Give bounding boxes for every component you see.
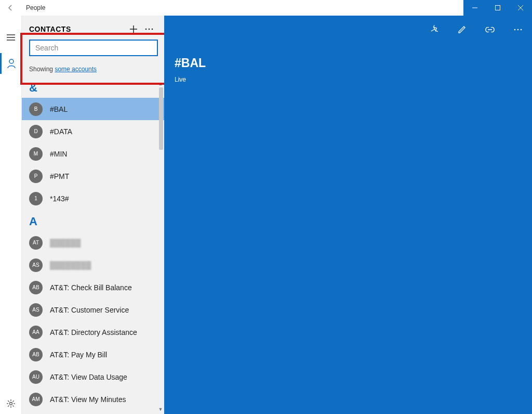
svg-point-12: [145, 29, 147, 30]
avatar: AS: [29, 303, 43, 317]
contact-item[interactable]: ASAT&T: Customer Service: [22, 299, 164, 321]
scroll-up-icon[interactable]: ▲: [158, 81, 163, 86]
avatar: M: [29, 147, 43, 161]
add-contact-button[interactable]: [126, 25, 141, 33]
contact-scroll[interactable]: &B#BALD#DATAM#MINP#PMT1*143#AAT██████AS█…: [22, 76, 164, 414]
contact-name: AT&T: View My Minutes: [50, 395, 126, 404]
svg-point-13: [149, 29, 150, 30]
contact-item[interactable]: B#BAL: [22, 98, 164, 120]
contacts-tab[interactable]: [0, 53, 22, 74]
svg-line-8: [8, 400, 9, 402]
titlebar: People: [0, 0, 532, 16]
svg-line-11: [8, 406, 9, 407]
menu-button[interactable]: [0, 27, 22, 48]
settings-button[interactable]: [0, 393, 22, 414]
contact-item[interactable]: AS████████: [22, 254, 164, 276]
contact-item[interactable]: M#MIN: [22, 143, 164, 165]
contact-name: *143#: [50, 195, 69, 203]
avatar: AB: [29, 348, 43, 361]
svg-point-17: [521, 29, 522, 31]
contact-name: #PMT: [50, 172, 69, 180]
plus-icon: [129, 25, 138, 33]
minimize-button[interactable]: [463, 0, 486, 16]
person-icon: [7, 59, 16, 68]
svg-point-2: [9, 59, 14, 63]
contact-name: #DATA: [50, 127, 72, 136]
accounts-link[interactable]: some accounts: [55, 66, 97, 73]
search-input[interactable]: [29, 40, 158, 56]
contact-name: AT&T: Directory Assistance: [50, 328, 137, 337]
svg-point-14: [152, 29, 153, 30]
ellipsis-icon: [145, 28, 153, 30]
minimize-icon: [472, 5, 477, 10]
edit-button[interactable]: [454, 25, 470, 34]
avatar: AT: [29, 236, 43, 250]
nav-rail: [0, 16, 22, 414]
contact-item[interactable]: AMAT&T: View My Minutes: [22, 388, 164, 410]
detail-more-button[interactable]: [510, 29, 526, 31]
scrollbar-thumb[interactable]: [159, 87, 163, 150]
avatar: AB: [29, 281, 43, 294]
avatar: P: [29, 170, 43, 183]
avatar: D: [29, 125, 43, 138]
back-arrow-icon: [7, 4, 14, 11]
avatar: B: [29, 102, 43, 116]
svg-point-16: [517, 29, 519, 31]
ellipsis-icon: [514, 29, 522, 31]
contact-item[interactable]: AAAT&T: Directory Assistance: [22, 321, 164, 343]
avatar: AU: [29, 370, 43, 384]
contact-item[interactable]: ABAT&T: Pay My Bill: [22, 343, 164, 366]
contact-item[interactable]: AT██████: [22, 231, 164, 254]
contact-name: AT&T: Customer Service: [50, 306, 129, 314]
svg-point-15: [514, 29, 516, 31]
filter-text: Showing some accounts: [22, 60, 164, 76]
pin-button[interactable]: [426, 25, 442, 34]
avatar: AM: [29, 393, 43, 406]
back-button[interactable]: [0, 4, 21, 11]
window-title: People: [21, 4, 45, 11]
maximize-icon: [495, 5, 500, 10]
more-button[interactable]: [141, 28, 157, 30]
close-button[interactable]: [509, 0, 532, 16]
contact-item[interactable]: 1*143#: [22, 187, 164, 210]
pencil-icon: [457, 25, 467, 34]
detail-source: Live: [175, 76, 186, 83]
avatar: AA: [29, 326, 43, 339]
detail-pane: #BAL Live: [164, 16, 532, 414]
contact-list-pane: CONTACTS Showing some accounts &B#BALD#D…: [22, 16, 164, 414]
group-header[interactable]: &: [22, 76, 164, 98]
scroll-down-icon[interactable]: ▼: [158, 407, 163, 412]
svg-line-10: [12, 400, 14, 402]
contact-name: AT&T: Check Bill Balance: [50, 283, 132, 292]
pin-icon: [429, 25, 438, 34]
link-icon: [485, 27, 495, 33]
gear-icon: [7, 399, 15, 408]
contact-name: #MIN: [50, 150, 67, 158]
contact-name: AT&T: Pay My Bill: [50, 351, 107, 359]
svg-rect-1: [496, 6, 500, 10]
detail-contact-name: #BAL: [175, 56, 206, 70]
contact-name: #BAL: [50, 105, 68, 113]
maximize-button[interactable]: [486, 0, 509, 16]
close-icon: [518, 5, 523, 10]
contact-name: ████████: [50, 261, 91, 269]
contact-name: AT&T: View Data Usage: [50, 373, 127, 381]
contact-item[interactable]: P#PMT: [22, 165, 164, 187]
avatar: AS: [29, 258, 43, 272]
svg-point-3: [9, 403, 12, 405]
contact-item[interactable]: ABAT&T: Check Bill Balance: [22, 276, 164, 299]
contact-item[interactable]: AUAT&T: View Data Usage: [22, 366, 164, 388]
contact-item[interactable]: D#DATA: [22, 120, 164, 143]
group-header[interactable]: A: [22, 210, 164, 231]
contact-name: ██████: [50, 239, 81, 247]
hamburger-icon: [7, 34, 15, 41]
svg-line-9: [12, 406, 14, 407]
contacts-heading: CONTACTS: [29, 25, 126, 33]
link-button[interactable]: [482, 27, 498, 33]
avatar: 1: [29, 192, 43, 205]
